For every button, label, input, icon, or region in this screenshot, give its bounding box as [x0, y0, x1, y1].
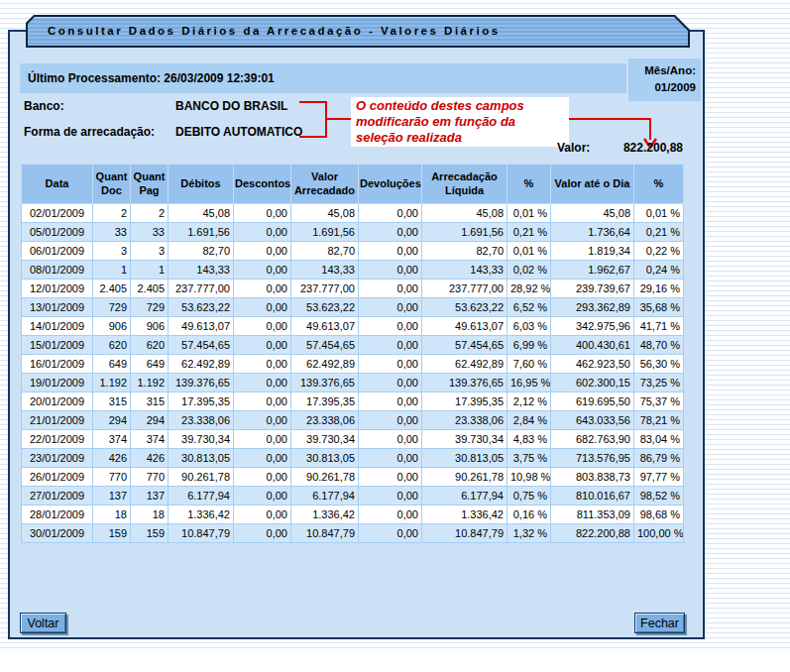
date-cell: 14/01/2009 [22, 317, 93, 336]
value-cell: 0,00 [359, 280, 422, 298]
date-cell: 08/01/2009 [22, 261, 93, 280]
value-cell: 23.338,06 [422, 411, 508, 430]
value-cell: 400.430,61 [551, 336, 634, 355]
value-cell: 643.033,56 [551, 411, 634, 430]
table-row: 13/01/200972972953.623,220,0053.623,220,… [22, 298, 684, 317]
value-cell: 0,00 [359, 204, 422, 223]
value-cell: 0,00 [234, 430, 291, 449]
value-cell: 0,00 [359, 487, 422, 505]
value-cell: 0,00 [234, 317, 291, 336]
value-cell: 822.200,88 [551, 524, 634, 543]
value-cell: 1 [93, 261, 131, 280]
value-cell: 10.847,79 [291, 524, 359, 543]
value-cell: 23.338,06 [169, 411, 234, 430]
value-cell: 374 [131, 430, 169, 449]
value-cell: 0,00 [234, 487, 291, 505]
callout-arrow-vertical-line [649, 118, 651, 140]
value-cell: 73,25 % [634, 374, 684, 392]
table-row: 26/01/200977077090.261,780,0090.261,780,… [22, 468, 684, 487]
value-cell: 62.492,89 [291, 355, 359, 374]
value-cell: 0,00 [359, 449, 422, 468]
value-cell: 619.695,50 [551, 392, 634, 411]
last-processing-bar: Último Processamento: 26/03/2009 12:39:0… [20, 63, 626, 93]
value-cell: 2.405 [131, 280, 169, 298]
fechar-button[interactable]: Fechar [634, 613, 685, 633]
column-header: Arrecadação Líquida [422, 165, 508, 204]
column-header: Quant Pag [131, 165, 169, 204]
table-row: 28/01/200918181.336,420,001.336,420,001.… [22, 505, 684, 524]
value-cell: 137 [93, 487, 131, 505]
value-cell: 98,52 % [634, 487, 684, 505]
annotation-text: O conteúdo destes campos modificarão em … [356, 98, 524, 145]
date-cell: 23/01/2009 [22, 449, 93, 468]
date-cell: 15/01/2009 [22, 336, 93, 355]
table-row: 30/01/200915915910.847,790,0010.847,790,… [22, 524, 684, 543]
value-cell: 41,71 % [634, 317, 684, 336]
value-cell: 90.261,78 [169, 468, 234, 487]
column-header: Devoluções [359, 165, 422, 204]
value-cell: 53.623,22 [422, 298, 508, 317]
value-cell: 29,16 % [634, 280, 684, 298]
collection-form-label: Forma de arrecadação: [24, 125, 155, 139]
date-cell: 05/01/2009 [22, 223, 93, 242]
value-cell: 7,60 % [508, 355, 551, 374]
value-cell: 1.819,34 [551, 242, 634, 261]
value-cell: 18 [93, 505, 131, 524]
value-cell: 0,00 [359, 336, 422, 355]
value-cell: 48,70 % [634, 336, 684, 355]
value-cell: 0,00 [359, 298, 422, 317]
value-cell: 1.691,56 [422, 223, 508, 242]
value-cell: 0,02 % [508, 261, 551, 280]
date-cell: 27/01/2009 [22, 487, 93, 505]
value-cell: 3,75 % [508, 449, 551, 468]
value-cell: 137 [131, 487, 169, 505]
value-cell: 0,00 [234, 280, 291, 298]
value-cell: 682.763,90 [551, 430, 634, 449]
value-cell: 811.353,09 [551, 505, 634, 524]
value-cell: 17.395,35 [422, 392, 508, 411]
value-cell: 2 [131, 204, 169, 223]
value-cell: 0,00 [359, 355, 422, 374]
window-title-bar: Consultar Dados Diários da Arrecadação -… [26, 15, 690, 48]
value-cell: 620 [131, 336, 169, 355]
value-cell: 33 [131, 223, 169, 242]
value-cell: 1.336,42 [291, 505, 359, 524]
value-cell: 0,00 [359, 374, 422, 392]
value-cell: 649 [93, 355, 131, 374]
value-cell: 3 [93, 242, 131, 261]
value-cell: 0,16 % [508, 505, 551, 524]
date-cell: 13/01/2009 [22, 298, 93, 317]
value-cell: 0,00 [359, 317, 422, 336]
column-header: Descontos [234, 165, 291, 204]
date-cell: 22/01/2009 [22, 430, 93, 449]
column-header: Débitos [169, 165, 234, 204]
value-cell: 6,99 % [508, 336, 551, 355]
month-year-value: 01/2009 [628, 79, 696, 96]
column-header: Quant Doc [93, 165, 131, 204]
column-header: % [634, 165, 684, 204]
table-row: 19/01/20091.1921.192139.376,650,00139.37… [22, 374, 684, 392]
bank-label: Banco: [24, 99, 64, 113]
table-row: 05/01/200933331.691,560,001.691,560,001.… [22, 223, 684, 242]
value-cell: 239.739,67 [551, 280, 634, 298]
value-cell: 0,21 % [634, 223, 684, 242]
value-cell: 17.395,35 [169, 392, 234, 411]
table-header: DataQuant DocQuant PagDébitosDescontosVa… [22, 165, 684, 204]
callout-bracket-bottom-line [299, 136, 327, 138]
value-cell: 23.338,06 [291, 411, 359, 430]
value-cell: 49.613,07 [169, 317, 234, 336]
value-cell: 82,70 [422, 242, 508, 261]
column-header: Valor até o Dia [551, 165, 634, 204]
value-cell: 143,33 [291, 261, 359, 280]
value-cell: 2 [93, 204, 131, 223]
voltar-button[interactable]: Voltar [20, 613, 66, 633]
value-cell: 82,70 [169, 242, 234, 261]
value-cell: 1.192 [131, 374, 169, 392]
value-cell: 0,00 [359, 392, 422, 411]
value-cell: 0,24 % [634, 261, 684, 280]
value-cell: 6.177,94 [422, 487, 508, 505]
value-cell: 0,00 [234, 261, 291, 280]
table-row: 16/01/200964964962.492,890,0062.492,890,… [22, 355, 684, 374]
value-cell: 906 [131, 317, 169, 336]
value-cell: 39.730,34 [291, 430, 359, 449]
